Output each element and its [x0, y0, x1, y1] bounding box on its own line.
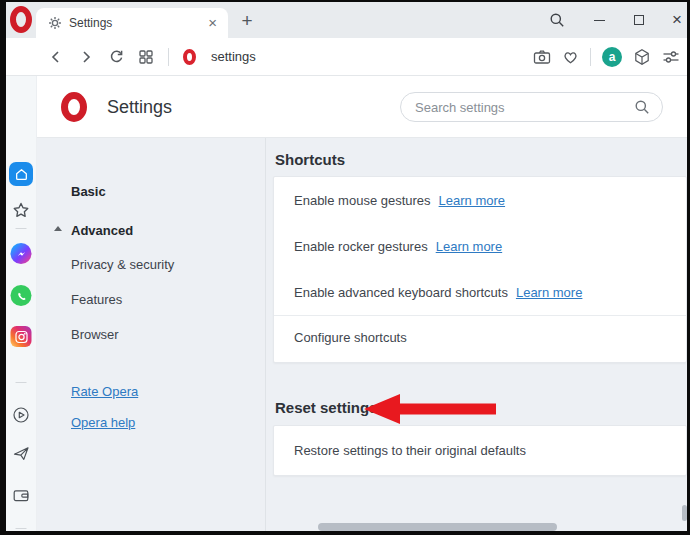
sidebar-separator — [16, 528, 27, 529]
browser-window: Settings × + × — [6, 2, 687, 531]
horizontal-scrollbar-thumb[interactable] — [318, 523, 557, 531]
telegram-icon[interactable] — [12, 444, 30, 462]
nav-item-basic[interactable]: Basic — [71, 184, 106, 199]
home-icon[interactable] — [9, 162, 33, 186]
reload-icon[interactable] — [108, 49, 124, 65]
whatsapp-icon[interactable] — [11, 285, 32, 306]
minimize-button[interactable] — [584, 2, 614, 38]
toolbar-separator — [590, 48, 591, 66]
setting-label: Enable advanced keyboard shortcuts — [294, 285, 508, 300]
forward-icon[interactable] — [78, 49, 94, 65]
annotation-arrow — [362, 393, 498, 425]
cube-icon[interactable] — [633, 48, 651, 66]
nav-item-features[interactable]: Features — [71, 292, 122, 307]
settings-page-header: Settings — [37, 76, 687, 138]
messenger-icon[interactable] — [11, 243, 32, 264]
search-icon — [634, 99, 650, 115]
setting-row-advanced-keyboard-shortcuts: Enable advanced keyboard shortcuts Learn… — [274, 269, 686, 315]
sidebar-separator — [16, 228, 27, 229]
tab-title: Settings — [69, 16, 205, 30]
setting-label: Configure shortcuts — [294, 330, 407, 345]
learn-more-link[interactable]: Learn more — [516, 285, 582, 300]
search-settings-box — [400, 92, 663, 122]
setting-label: Enable rocker gestures — [294, 239, 428, 254]
search-icon[interactable] — [542, 2, 572, 38]
easy-setup-sliders-icon[interactable] — [662, 49, 680, 65]
rate-opera-link[interactable]: Rate Opera — [71, 384, 138, 399]
snapshot-camera-icon[interactable] — [533, 49, 551, 65]
profile-avatar[interactable]: a — [602, 47, 622, 67]
toolbar-separator — [168, 48, 169, 66]
window-close-button[interactable]: × — [662, 2, 687, 38]
wallet-icon[interactable] — [12, 486, 30, 504]
opera-logo-icon — [10, 6, 34, 34]
nav-item-advanced[interactable]: Advanced — [71, 223, 133, 238]
tab-close-icon[interactable]: × — [205, 16, 220, 30]
opera-help-link[interactable]: Opera help — [71, 415, 135, 430]
search-settings-input[interactable] — [413, 99, 634, 116]
section-title-reset-settings: Reset settings — [275, 399, 378, 416]
vertical-scrollbar-thumb[interactable] — [682, 505, 687, 521]
maximize-button[interactable] — [624, 2, 654, 38]
gear-icon — [48, 16, 62, 30]
new-tab-button[interactable]: + — [234, 8, 260, 34]
tab-bar: Settings × + × — [6, 2, 687, 38]
setting-label: Enable mouse gestures — [294, 193, 431, 208]
setting-row-rocker-gestures: Enable rocker gestures Learn more — [274, 223, 686, 269]
reset-settings-card: Restore settings to their original defau… — [273, 425, 687, 476]
opera-badge-icon — [183, 49, 196, 65]
tab-settings[interactable]: Settings × — [36, 8, 228, 38]
browser-sidebar — [6, 76, 37, 531]
shortcuts-card: Enable mouse gestures Learn more Enable … — [273, 176, 687, 363]
player-icon[interactable] — [12, 406, 30, 424]
tab-tiles-icon[interactable] — [138, 49, 154, 65]
page-title: Settings — [107, 76, 172, 138]
screenshot-frame: Settings × + × — [0, 0, 690, 535]
opera-logo-icon — [61, 92, 87, 126]
collapse-caret-icon[interactable] — [54, 226, 62, 231]
nav-item-privacy-security[interactable]: Privacy & security — [71, 257, 174, 272]
bookmarks-star-icon[interactable] — [12, 201, 30, 219]
back-icon[interactable] — [48, 49, 64, 65]
sidebar-separator — [16, 382, 27, 383]
instagram-icon[interactable] — [11, 326, 32, 347]
restore-defaults-row[interactable]: Restore settings to their original defau… — [274, 426, 686, 475]
setting-row-mouse-gestures: Enable mouse gestures Learn more — [274, 177, 686, 223]
section-title-shortcuts: Shortcuts — [275, 151, 345, 168]
setting-label: Restore settings to their original defau… — [294, 443, 526, 458]
configure-shortcuts-row[interactable]: Configure shortcuts — [274, 315, 686, 359]
learn-more-link[interactable]: Learn more — [436, 239, 502, 254]
learn-more-link[interactable]: Learn more — [439, 193, 505, 208]
bookmark-heart-icon[interactable] — [562, 49, 579, 65]
nav-content-divider — [265, 138, 266, 531]
address-bar: settings a — [6, 38, 687, 76]
url-text[interactable]: settings — [211, 49, 256, 64]
nav-item-browser[interactable]: Browser — [71, 327, 119, 342]
settings-page: Settings Basic Advanced Privacy & securi… — [37, 76, 687, 531]
